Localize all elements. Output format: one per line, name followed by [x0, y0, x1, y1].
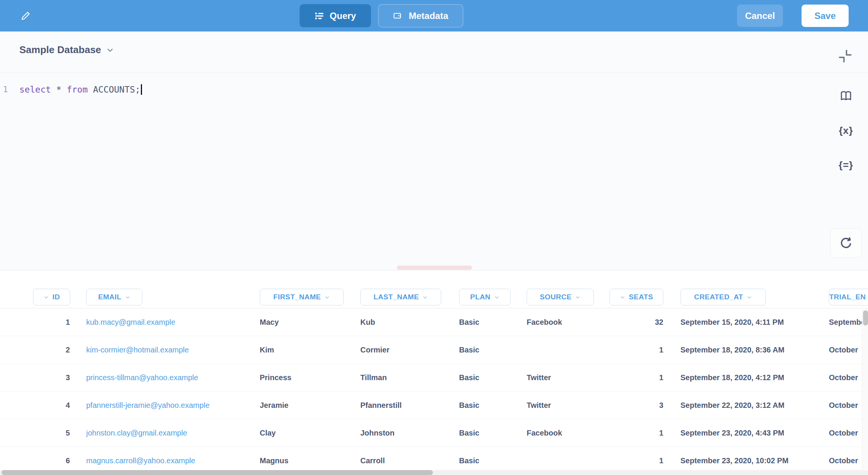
refresh-icon — [839, 236, 853, 250]
cell-trial: October — [829, 392, 862, 419]
variables-icon: {x} — [839, 125, 853, 137]
cell-trial: September — [829, 308, 862, 336]
cell-source — [527, 336, 606, 363]
table-row: 2 kim-cormier@hotmail.example Kim Cormie… — [0, 336, 862, 364]
text-cursor — [141, 84, 142, 95]
line-number: 1 — [3, 81, 8, 98]
editor-tabs: Query Metadata — [300, 4, 463, 27]
sql-keyword: from — [67, 85, 88, 94]
cell-seats: 3 — [608, 392, 663, 419]
cell-source: Facebook — [527, 308, 606, 336]
cell-created-at: September 18, 2020, 4:12 PM — [680, 364, 810, 391]
table-row: 3 princess-tillman@yahoo.example Princes… — [0, 364, 862, 392]
chevron-down-icon — [324, 294, 330, 300]
cell-plan: Basic — [459, 336, 524, 363]
cell-source: Facebook — [527, 419, 606, 447]
cell-email-link[interactable]: kub.macy@gmail.example — [86, 308, 249, 336]
cancel-button[interactable]: Cancel — [737, 5, 783, 27]
cell-source: Twitter — [527, 364, 606, 391]
database-selector[interactable]: Sample Database — [19, 44, 114, 56]
chevron-down-icon — [746, 294, 752, 300]
sql-editor[interactable]: 1 select * from ACCOUNTS; — [0, 81, 759, 98]
cell-first-name: Clay — [260, 419, 355, 447]
cell-last-name: Carroll — [360, 447, 455, 470]
cell-last-name: Tillman — [360, 364, 455, 391]
cell-seats: 1 — [608, 447, 663, 470]
cell-last-name: Kub — [360, 308, 455, 336]
sql-code: select * from ACCOUNTS; — [19, 81, 142, 98]
column-header-created-at[interactable]: CREATED_AT — [680, 289, 766, 305]
column-header-id[interactable]: ID — [33, 289, 70, 305]
run-query-button[interactable] — [830, 228, 862, 258]
editor-side-tools: {x} {=} — [835, 89, 857, 172]
cell-id: 3 — [23, 364, 70, 391]
chevron-down-icon — [43, 294, 49, 300]
sql-keyword: select — [19, 85, 51, 94]
cell-email-link[interactable]: kim-cormier@hotmail.example — [86, 336, 249, 363]
tab-metadata[interactable]: Metadata — [378, 4, 463, 27]
cell-id: 1 — [23, 308, 70, 336]
column-header-last-name[interactable]: LAST_NAME — [360, 289, 441, 305]
vertical-scrollbar-track — [862, 309, 868, 469]
chevron-down-icon — [125, 294, 131, 300]
tab-query-label: Query — [330, 11, 356, 21]
vertical-scrollbar-thumb[interactable] — [863, 310, 868, 326]
query-list-icon — [314, 11, 324, 21]
table-body: 1 kub.macy@gmail.example Macy Kub Basic … — [0, 308, 862, 470]
edit-pencil-icon[interactable] — [20, 10, 31, 21]
cell-created-at: September 15, 2020, 4:11 PM — [680, 308, 810, 336]
column-header-first-name[interactable]: FIRST_NAME — [260, 289, 344, 305]
cell-last-name: Johnston — [360, 419, 455, 447]
cell-first-name: Jeramie — [260, 392, 355, 419]
top-bar: Query Metadata Cancel Save — [0, 0, 868, 31]
column-label: CREATED_AT — [694, 293, 743, 301]
snippets-icon: {=} — [839, 159, 853, 171]
resize-handle[interactable] — [397, 266, 472, 270]
column-header-trial[interactable]: TRIAL_EN — [829, 289, 868, 305]
column-header-seats[interactable]: SEATS — [609, 289, 663, 305]
cell-source: Twitter — [527, 392, 606, 419]
cell-email-link[interactable]: johnston.clay@gmail.example — [86, 419, 249, 447]
cell-first-name: Magnus — [260, 447, 355, 470]
table-row: 6 magnus.carroll@yahoo.example Magnus Ca… — [0, 447, 862, 470]
table-row: 5 johnston.clay@gmail.example Clay Johns… — [0, 419, 862, 447]
column-label: PLAN — [470, 293, 490, 301]
native-query-editor-page: Query Metadata Cancel Save Sample Databa… — [0, 0, 868, 475]
cell-id: 4 — [23, 392, 70, 419]
cell-trial: October — [829, 336, 862, 363]
results-panel: ID EMAIL FIRST_NAME LAST_NAME PLAN SOURC… — [0, 271, 868, 475]
cell-plan: Basic — [459, 419, 524, 447]
column-header-source[interactable]: SOURCE — [527, 289, 594, 305]
chevron-down-icon — [620, 294, 625, 300]
save-button[interactable]: Save — [802, 5, 849, 27]
cell-email-link[interactable]: princess-tillman@yahoo.example — [86, 364, 249, 391]
column-label: SEATS — [629, 293, 653, 301]
database-row: Sample Database — [0, 31, 868, 73]
column-label: FIRST_NAME — [273, 293, 321, 301]
cell-seats: 32 — [608, 308, 663, 336]
cell-seats: 1 — [608, 336, 663, 363]
sql-identifier: ACCOUNTS; — [88, 85, 140, 94]
variables-button[interactable]: {x} — [836, 124, 856, 137]
chevron-down-icon — [106, 46, 114, 54]
cell-source — [527, 447, 606, 470]
column-header-email[interactable]: EMAIL — [86, 289, 142, 305]
cell-created-at: September 22, 2020, 3:12 AM — [680, 392, 810, 419]
column-label: SOURCE — [540, 293, 572, 301]
cell-first-name: Princess — [260, 364, 355, 391]
snippets-button[interactable]: {=} — [836, 158, 856, 172]
tab-query[interactable]: Query — [300, 4, 371, 27]
cell-last-name: Cormier — [360, 336, 455, 363]
cell-email-link[interactable]: magnus.carroll@yahoo.example — [86, 447, 249, 470]
topbar-actions: Cancel Save — [737, 5, 849, 27]
cell-created-at: September 23, 2020, 4:43 PM — [680, 419, 810, 447]
column-label: TRIAL_EN — [829, 293, 866, 301]
cell-email-link[interactable]: pfannerstill-jeramie@yahoo.example — [86, 392, 249, 419]
column-header-plan[interactable]: PLAN — [459, 289, 511, 305]
cell-trial: October — [829, 447, 862, 470]
cell-trial: October — [829, 419, 862, 447]
horizontal-scrollbar-thumb[interactable] — [2, 470, 433, 475]
data-reference-button[interactable] — [836, 89, 856, 103]
collapse-editor-icon[interactable] — [838, 49, 853, 64]
cell-seats: 1 — [608, 419, 663, 447]
